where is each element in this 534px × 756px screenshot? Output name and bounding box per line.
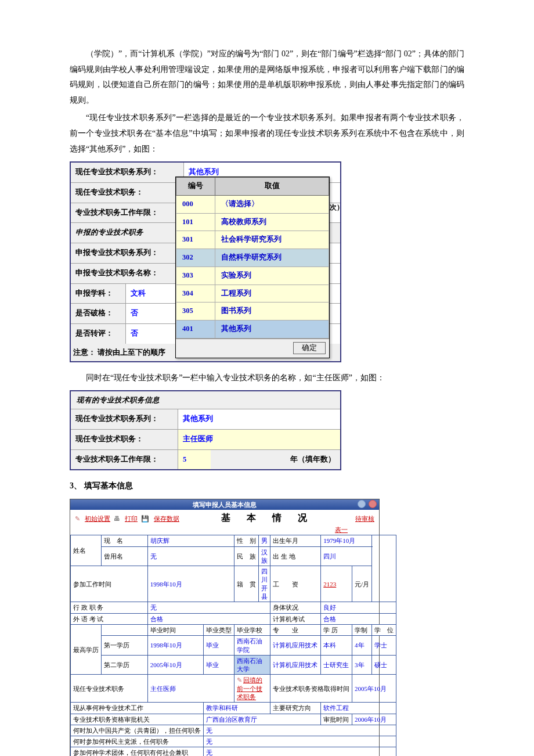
cell-text: 其他系列 bbox=[215, 321, 329, 339]
val-shenti[interactable]: 良好 bbox=[321, 602, 396, 613]
val-xiancong[interactable]: 教学和科研 bbox=[204, 703, 270, 714]
lab-gongzi-unit: 元/月 bbox=[352, 566, 372, 602]
val-xingbie[interactable]: 男 bbox=[259, 535, 270, 546]
val-xl1-lx[interactable]: 毕业 bbox=[204, 636, 234, 656]
link-audit[interactable]: 待审核 bbox=[355, 514, 374, 523]
val-gongzi[interactable]: 2123 bbox=[321, 566, 352, 602]
label-apply-series: 申报专业技术职务系列： bbox=[71, 243, 183, 263]
label-poge: 是否破格： bbox=[71, 304, 125, 323]
dropdown-row[interactable]: 304 工程系列 bbox=[176, 285, 329, 303]
dropdown-row[interactable]: 000 〈请选择〉 bbox=[176, 195, 329, 213]
link-print[interactable]: 打印 bbox=[125, 514, 138, 523]
help-icon[interactable] bbox=[358, 500, 366, 508]
val-zige-time[interactable]: 2005年10月 bbox=[352, 675, 396, 703]
paragraph-3: 同时在“现任专业技术职务”一栏中输入专业技术职务的名称，如“主任医师”，如图： bbox=[70, 370, 464, 386]
val-xl2-xz[interactable]: 3年 bbox=[352, 655, 372, 675]
disk-icon bbox=[141, 514, 150, 523]
dropdown-row-selected[interactable]: 401 其他系列 bbox=[176, 321, 329, 339]
current-position-screenshot: 现有的专业技术职务信息 现任专业技术职务系列： 其他系列 现任专业技术职务： 主… bbox=[70, 390, 464, 470]
val-xingzheng[interactable]: 无 bbox=[147, 602, 270, 613]
val-xl1-zy[interactable]: 计算机应用技术 bbox=[270, 636, 321, 656]
note-text: 请按由上至下的顺序 bbox=[98, 348, 165, 357]
lab-biyesj: 毕业时间 bbox=[147, 624, 203, 635]
lab-ccp: 何时加入中国共产党（共青团），担任何职务 bbox=[71, 725, 204, 736]
lab-zige-time: 专业技术职务资格取得时间 bbox=[270, 675, 352, 703]
lab-shenpi-time: 审批时间 bbox=[321, 714, 352, 725]
val-shenpi-jg[interactable]: 广西自治区教育厅 bbox=[204, 714, 321, 725]
lab-canjia: 参加工作时间 bbox=[71, 566, 148, 602]
dropdown-row[interactable]: 305 图书系列 bbox=[176, 303, 329, 321]
val-xl1-xw[interactable]: 学士 bbox=[372, 636, 396, 656]
val-zhuyao[interactable]: 软件工程 bbox=[321, 703, 396, 714]
cell-code: 304 bbox=[176, 285, 215, 303]
titlebar: 填写申报人员基本信息 bbox=[70, 499, 379, 510]
lab-biyexx: 毕业学校 bbox=[234, 624, 270, 635]
val-waiyu[interactable]: 合格 bbox=[147, 613, 270, 624]
val-chushengny[interactable]: 1979年10月 bbox=[321, 535, 372, 546]
dropdown-row[interactable]: 303 实验系列 bbox=[176, 267, 329, 285]
col-code: 编号 bbox=[176, 178, 215, 196]
val-shenpi-time[interactable]: 2006年10月 bbox=[352, 714, 396, 725]
lab-gongzi: 工 资 bbox=[270, 566, 321, 602]
lab-xianming: 现 名 bbox=[102, 535, 148, 546]
box2-title: 现有的专业技术职务信息 bbox=[71, 391, 340, 409]
dropdown-row[interactable]: 301 社会科学研究系列 bbox=[176, 231, 329, 249]
val-xianming[interactable]: 胡庆辉 bbox=[147, 535, 234, 546]
val-xl2-xx[interactable]: 西南石油大学 bbox=[234, 655, 270, 675]
cell-code: 000 bbox=[176, 195, 215, 213]
lab-diyi: 第一学历 bbox=[102, 636, 148, 656]
lab-zhuanye: 专 业 bbox=[270, 624, 321, 635]
lab-zuigao-xl: 最高学历 bbox=[71, 624, 102, 674]
value-position2[interactable]: 主任医师 bbox=[178, 430, 340, 449]
label-current-position: 现任专业技术职务： bbox=[71, 183, 183, 203]
dropdown-row[interactable]: 302 自然科学研究系列 bbox=[176, 249, 329, 267]
link-init[interactable]: 初始设置 bbox=[85, 514, 110, 523]
cell-code: 301 bbox=[176, 231, 215, 249]
val-xl2-xueli[interactable]: 士研究生 bbox=[321, 655, 352, 675]
lab-waiyu: 外 语 考 试 bbox=[71, 613, 148, 624]
note-prefix: 注意： bbox=[73, 348, 96, 357]
val-xl1-xueli[interactable]: 本科 bbox=[321, 636, 352, 656]
label-apply-name: 申报专业技术职务名称： bbox=[71, 264, 183, 283]
value-series2[interactable]: 其他系列 bbox=[178, 409, 340, 429]
table-label: 表一 bbox=[70, 524, 379, 535]
value-years2[interactable]: 5 bbox=[178, 450, 211, 470]
val-xl2-sj[interactable]: 2005年10月 bbox=[147, 655, 203, 675]
cell-code: 101 bbox=[176, 213, 215, 231]
lab-xianren: 现任专业技术职务 bbox=[71, 675, 148, 703]
link-save[interactable]: 保存数据 bbox=[154, 514, 179, 523]
link-huitian[interactable]: 回填的前一个技术职务 bbox=[234, 675, 270, 703]
val-xianren[interactable]: 主任医师 bbox=[147, 675, 234, 703]
lab-chushengny: 出生年月 bbox=[270, 535, 321, 546]
val-xl1-xx[interactable]: 西南石油学院 bbox=[234, 636, 270, 656]
dropdown-row[interactable]: 101 高校教师系列 bbox=[176, 213, 329, 231]
val-xl2-xw[interactable]: 硕士 bbox=[372, 655, 396, 675]
val-xl1-xz[interactable]: 4年 bbox=[352, 636, 372, 656]
lab-cengyong: 曾用名 bbox=[102, 546, 148, 566]
lab-jiguan: 籍 贯 bbox=[234, 566, 259, 602]
cell-code: 401 bbox=[176, 321, 215, 339]
val-cengyong[interactable]: 无 bbox=[147, 546, 234, 566]
val-xl2-lx[interactable]: 毕业 bbox=[204, 655, 234, 675]
basic-info-form-screenshot: 填写申报人员基本信息 初始设置 打印 保存数据 基 本 情 况 待审核 表一 姓… bbox=[70, 499, 464, 756]
lab-xueli: 学 历 bbox=[321, 624, 352, 635]
lab-shenpi-jg: 专业技术职务资格审批机关 bbox=[71, 714, 204, 725]
close-icon[interactable] bbox=[369, 500, 377, 508]
paragraph-2: “现任专业技术职务系列”一栏选择的是最近的一个专业技术职务系列。如果申报者有两个… bbox=[70, 110, 464, 157]
val-mz[interactable]: 无 bbox=[204, 736, 396, 747]
val-xueshu[interactable]: 无 bbox=[204, 747, 396, 756]
cell-text: 图书系列 bbox=[215, 303, 329, 321]
val-chushengdi[interactable]: 四川 bbox=[321, 546, 372, 566]
label-years2: 专业技术职务工作年限： bbox=[71, 450, 178, 470]
val-ccp[interactable]: 无 bbox=[204, 725, 396, 736]
overlap-fragment: 次） bbox=[330, 201, 344, 214]
dropdown-ok-button[interactable]: 确定 bbox=[293, 342, 326, 354]
label-series2: 现任专业技术职务系列： bbox=[71, 409, 178, 429]
val-xl1-sj[interactable]: 1998年10月 bbox=[147, 636, 203, 656]
val-jiguan[interactable]: 四川开县 bbox=[259, 566, 270, 602]
val-minzu[interactable]: 汉族 bbox=[259, 546, 270, 566]
val-xl2-zy[interactable]: 计算机应用技术 bbox=[270, 655, 321, 675]
cell-code: 302 bbox=[176, 249, 215, 267]
val-canjia[interactable]: 1998年10月 bbox=[147, 566, 234, 602]
val-jisuanji[interactable]: 合格 bbox=[321, 613, 396, 624]
